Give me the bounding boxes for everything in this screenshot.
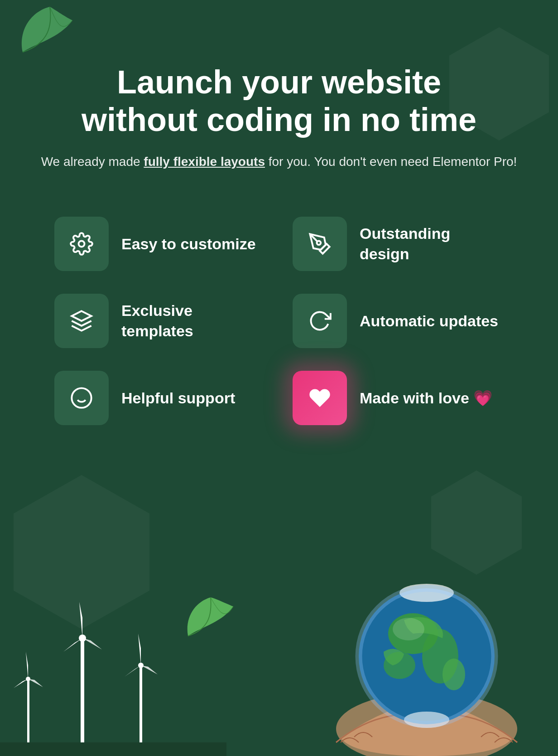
feature-icon-made-with-love [293, 371, 347, 425]
feature-icon-helpful-support [54, 371, 109, 425]
layers-icon [70, 309, 93, 333]
svg-point-3 [72, 388, 91, 407]
leaf-bottom-center [181, 593, 240, 647]
svg-point-11 [26, 677, 30, 681]
feature-icon-outstanding-design [293, 217, 347, 271]
feature-helpful-support: Helpful support [54, 371, 265, 425]
refresh-icon [308, 309, 332, 333]
svg-point-18 [443, 659, 465, 690]
svg-point-7 [79, 635, 86, 642]
earth-in-hands [295, 548, 558, 756]
bottom-illustration [0, 538, 558, 756]
feature-label-helpful-support: Helpful support [121, 388, 235, 408]
feature-label-exclusive-templates: Exclusive templates [121, 300, 265, 340]
svg-rect-12 [0, 742, 226, 756]
feature-automatic-updates: Automatic updates [293, 294, 504, 348]
feature-icon-easy-customize [54, 217, 109, 271]
feature-icon-automatic-updates [293, 294, 347, 348]
svg-rect-6 [81, 638, 84, 756]
heart-icon [308, 386, 332, 410]
feature-label-outstanding-design: Outstanding design [360, 223, 504, 263]
svg-point-1 [317, 241, 321, 245]
main-heading: Launch your website without coding in no… [36, 63, 522, 139]
feature-label-automatic-updates: Automatic updates [360, 311, 498, 331]
svg-marker-2 [72, 311, 91, 321]
wind-turbines [0, 548, 226, 756]
features-grid: Easy to customize Outstanding design Exc… [0, 199, 558, 452]
pen-nib-icon [308, 232, 332, 256]
feature-exclusive-templates: Exclusive templates [54, 294, 265, 348]
feature-easy-customize: Easy to customize [54, 217, 265, 271]
svg-point-22 [393, 618, 424, 640]
feature-label-made-with-love: Made with love 💗 [360, 388, 492, 408]
feature-label-easy-customize: Easy to customize [121, 234, 256, 254]
subtitle: We already made fully flexible layouts f… [36, 152, 522, 171]
svg-point-9 [138, 663, 144, 668]
feature-icon-exclusive-templates [54, 294, 109, 348]
feature-outstanding-design: Outstanding design [293, 217, 504, 271]
header-section: Launch your website without coding in no… [0, 0, 558, 199]
smile-icon [70, 386, 93, 410]
gear-icon [70, 232, 93, 256]
svg-point-0 [79, 241, 85, 247]
feature-made-with-love: Made with love 💗 [293, 371, 504, 425]
